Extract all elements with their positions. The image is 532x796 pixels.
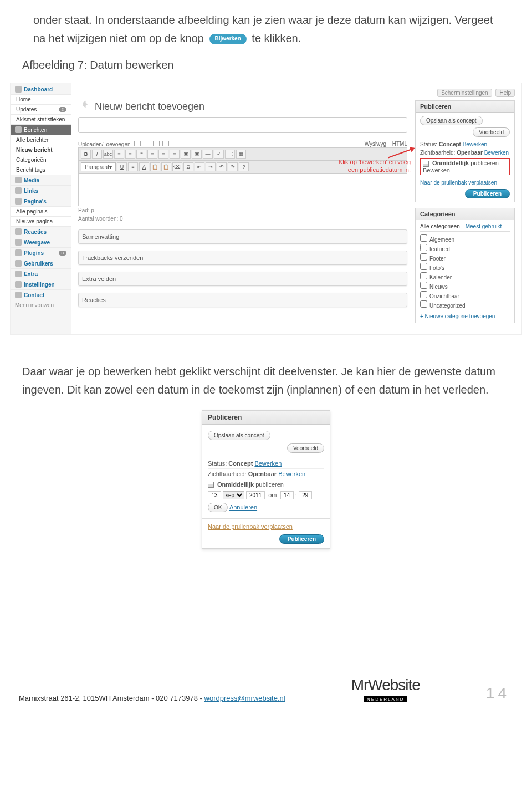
align-center-icon[interactable]: ≡ (158, 150, 168, 159)
video-icon[interactable] (144, 141, 150, 146)
category-item[interactable]: Uncategorized (420, 300, 510, 309)
save-draft-button[interactable]: Opslaan als concept (208, 431, 270, 440)
indent-icon[interactable]: ⇥ (206, 162, 216, 171)
tab-most-used[interactable]: Meest gebruikt (466, 223, 502, 229)
publish-button[interactable]: Publiceren (279, 534, 324, 544)
add-category-link[interactable]: + Nieuwe categorie toevoegen (420, 313, 495, 319)
metabox-trackbacks-verzenden[interactable]: Trackbacks verzenden (78, 251, 407, 265)
editor-textarea[interactable] (78, 173, 407, 206)
paragraph-select[interactable]: Paragraaf ▾ (81, 162, 116, 171)
sidebar-item-akismet-statistieken[interactable]: Akismet statistieken (11, 115, 71, 125)
edit-status-link[interactable]: Bewerken (463, 141, 487, 147)
minute-input[interactable] (299, 491, 312, 499)
preview-button[interactable]: Voorbeeld (473, 127, 510, 137)
sidebar-item-nieuwe-pagina[interactable]: Nieuwe pagina (11, 217, 71, 227)
category-checkbox[interactable] (420, 300, 427, 308)
align-justify-icon[interactable]: ≡ (128, 162, 138, 171)
sidebar-item-bericht-tags[interactable]: Bericht tags (11, 165, 71, 175)
category-checkbox[interactable] (420, 234, 427, 242)
year-input[interactable] (246, 491, 265, 499)
category-item[interactable]: Algemeen (420, 234, 510, 243)
category-checkbox[interactable] (420, 282, 427, 289)
tab-wysiwyg[interactable]: Wysiwyg (365, 141, 386, 147)
ol-icon[interactable]: ≡ (125, 150, 135, 159)
redo-icon[interactable]: ↷ (228, 162, 238, 171)
outdent-icon[interactable]: ⇤ (195, 162, 204, 171)
quote-icon[interactable]: ❝ (136, 150, 146, 159)
more-icon[interactable]: — (203, 150, 213, 159)
image-icon[interactable] (134, 141, 141, 146)
sidebar-item-plugins[interactable]: Plugins3 (11, 248, 71, 258)
category-checkbox[interactable] (420, 244, 427, 251)
align-right-icon[interactable]: ≡ (170, 150, 180, 159)
upload-media-label[interactable]: Uploaden/Toevoegen (78, 141, 169, 147)
sidebar-item-alle-pagina-s[interactable]: Alle pagina's (11, 207, 71, 217)
edit-schedule-link[interactable]: Bewerken (423, 167, 450, 174)
kitchen-sink-icon[interactable]: ▦ (236, 150, 246, 159)
metabox-reacties[interactable]: Reacties (78, 293, 407, 307)
category-checkbox[interactable] (420, 291, 427, 298)
category-item[interactable]: Kalender (420, 272, 510, 281)
sidebar-item-categorie-n[interactable]: Categorieën (11, 155, 71, 165)
category-item[interactable]: Nieuws (420, 281, 510, 290)
month-select[interactable]: sep (223, 491, 244, 499)
paste-text-icon[interactable]: 📋 (150, 162, 160, 171)
underline-icon[interactable]: U (117, 162, 127, 171)
ok-button[interactable]: OK (208, 503, 228, 512)
undo-icon[interactable]: ↶ (217, 162, 227, 171)
sidebar-item-berichten[interactable]: Berichten (11, 125, 71, 135)
sidebar-item-dashboard[interactable]: Dashboard (11, 84, 71, 95)
category-checkbox[interactable] (420, 263, 427, 270)
sidebar-item-reacties[interactable]: Reacties (11, 227, 71, 237)
footer-email-link[interactable]: wordpress@mrwebsite.nl (204, 694, 285, 702)
sidebar-item-gebruikers[interactable]: Gebruikers (11, 258, 71, 269)
category-item[interactable]: Onzichtbaar (420, 290, 510, 300)
unlink-icon[interactable]: ⌘ (192, 150, 202, 159)
cancel-link[interactable]: Annuleren (229, 504, 257, 511)
link-icon[interactable]: ⌘ (181, 150, 191, 159)
edit-status-link[interactable]: Bewerken (254, 460, 282, 467)
preview-button[interactable]: Voorbeeld (287, 443, 324, 453)
category-checkbox[interactable] (420, 253, 427, 261)
fullscreen-icon[interactable]: ⛶ (225, 150, 235, 159)
sidebar-item-media[interactable]: Media (11, 175, 71, 186)
publish-button[interactable]: Publiceren (465, 189, 510, 198)
save-draft-button[interactable]: Opslaan als concept (420, 116, 483, 125)
screen-options-button[interactable]: Scherminstellingen (437, 89, 492, 97)
sidebar-item-weergave[interactable]: Weergave (11, 237, 71, 248)
category-item[interactable]: featured (420, 243, 510, 253)
spellcheck-icon[interactable]: ✓ (214, 150, 224, 159)
sidebar-item-alle-berichten[interactable]: Alle berichten (11, 135, 71, 145)
char-icon[interactable]: Ω (183, 162, 193, 171)
metabox-extra-velden[interactable]: Extra velden (78, 272, 407, 286)
post-title-input[interactable] (78, 117, 407, 133)
metabox-samenvatting[interactable]: Samenvatting (78, 229, 407, 244)
day-input[interactable] (208, 491, 221, 499)
admin-sidebar[interactable]: DashboardHomeUpdates2Akismet statistieke… (11, 83, 71, 334)
sidebar-item-nieuw-bericht[interactable]: Nieuw bericht (11, 145, 71, 155)
audio-icon[interactable] (153, 141, 160, 146)
tab-all-categories[interactable]: Alle categorieën (420, 223, 460, 229)
generic-media-icon[interactable] (162, 141, 169, 146)
strike-icon[interactable]: abc (103, 150, 113, 159)
help-button[interactable]: Help (495, 89, 515, 97)
bold-icon[interactable]: B (81, 150, 91, 159)
ul-icon[interactable]: ≡ (114, 150, 124, 159)
move-to-trash-link[interactable]: Naar de prullenbak verplaatsen (208, 523, 293, 530)
hour-input[interactable] (280, 491, 294, 499)
sidebar-item-updates[interactable]: Updates2 (11, 105, 71, 115)
category-item[interactable]: Footer (420, 253, 510, 262)
category-checkbox[interactable] (420, 272, 427, 279)
clear-format-icon[interactable]: ⌫ (172, 162, 182, 171)
align-left-icon[interactable]: ≡ (147, 150, 157, 159)
sidebar-item-links[interactable]: Links (11, 186, 71, 196)
sidebar-item-instellingen[interactable]: Instellingen (11, 279, 71, 290)
text-color-icon[interactable]: A (139, 162, 149, 171)
paste-word-icon[interactable]: 📋 (161, 162, 171, 171)
sidebar-item-home[interactable]: Home (11, 95, 71, 105)
sidebar-item-contact[interactable]: Contact (11, 290, 71, 300)
category-item[interactable]: Foto's (420, 262, 510, 272)
sidebar-item-menu-invouwen[interactable]: Menu invouwen (11, 300, 71, 310)
help-icon[interactable]: ? (239, 162, 249, 171)
edit-visibility-link[interactable]: Bewerken (484, 150, 509, 156)
